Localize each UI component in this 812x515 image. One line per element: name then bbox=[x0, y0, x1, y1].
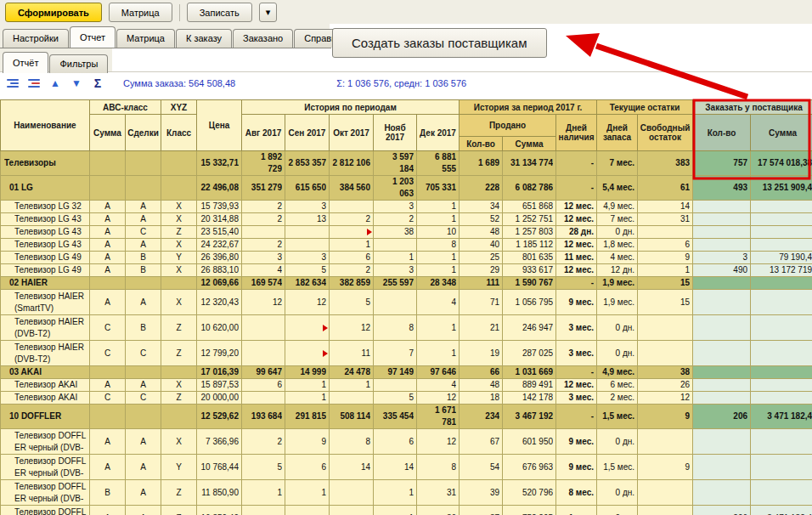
free-stock-cell[interactable]: 9 bbox=[638, 405, 693, 429]
sold-sum-cell[interactable]: 1 252 751 bbox=[503, 213, 556, 226]
col-header-abc-sum[interactable]: Сумма bbox=[90, 115, 126, 151]
abc-sum-cell[interactable] bbox=[90, 366, 126, 379]
sold-qty-cell[interactable]: 34 bbox=[460, 201, 503, 213]
abc-deals-cell[interactable]: B bbox=[126, 252, 161, 264]
history-cell[interactable]: 1 bbox=[285, 480, 330, 506]
days-avail-cell[interactable]: 9 мес. bbox=[556, 455, 597, 480]
sold-qty-cell[interactable]: 48 bbox=[460, 379, 503, 392]
days-avail-cell[interactable]: - bbox=[556, 151, 597, 176]
price-cell[interactable]: 20 314,88 bbox=[197, 213, 242, 226]
xyz-class-cell[interactable]: Z bbox=[161, 315, 197, 341]
name-cell[interactable]: Телевизор DOFFLER черный (DVB-T2) bbox=[1, 506, 90, 515]
days-stock-cell[interactable]: 0 дн. bbox=[597, 480, 638, 506]
tab-report[interactable]: Отчет bbox=[70, 26, 116, 48]
order-sum-cell[interactable]: 17 574 018,38 bbox=[751, 151, 812, 176]
order-qty-cell[interactable]: 206 bbox=[693, 506, 751, 515]
days-avail-cell[interactable]: 3 мес. bbox=[556, 392, 597, 405]
history-cell[interactable]: 12 bbox=[330, 315, 374, 341]
price-cell[interactable]: 10 768,44 bbox=[197, 455, 242, 480]
history-cell[interactable]: 1 bbox=[417, 252, 460, 264]
move-up-icon[interactable]: ▲ bbox=[48, 76, 63, 91]
history-cell[interactable]: 10 bbox=[417, 226, 460, 239]
item-row[interactable]: Телевизор DOFFLER черный (DVB-T2)AAY10 7… bbox=[1, 455, 812, 480]
history-cell[interactable]: 384 560 bbox=[330, 176, 374, 201]
history-cell[interactable]: 1 bbox=[417, 213, 460, 226]
history-cell[interactable]: 1 671 781 bbox=[417, 405, 460, 429]
history-cell[interactable]: 8 bbox=[374, 315, 417, 341]
history-cell[interactable]: 5 bbox=[374, 392, 417, 405]
order-sum-cell[interactable] bbox=[751, 366, 812, 379]
sold-qty-cell[interactable]: 52 bbox=[460, 213, 503, 226]
item-row[interactable]: Телевизор LG 49ABX26 883,104523129933 61… bbox=[1, 264, 812, 277]
days-stock-cell[interactable]: 0 дн. bbox=[597, 341, 638, 366]
abc-sum-cell[interactable]: A bbox=[90, 201, 126, 213]
days-avail-cell[interactable]: 3 мес. bbox=[556, 341, 597, 366]
order-qty-cell[interactable] bbox=[693, 429, 751, 455]
col-header-days-avail[interactable]: Дней наличия bbox=[556, 115, 597, 151]
sold-qty-cell[interactable]: 48 bbox=[460, 226, 503, 239]
history-cell[interactable]: 3 bbox=[242, 252, 285, 264]
price-cell[interactable]: 22 496,08 bbox=[197, 176, 242, 201]
abc-sum-cell[interactable]: C bbox=[90, 315, 126, 341]
col-header-month-dec[interactable]: Дек 2017 bbox=[417, 115, 460, 151]
order-sum-cell[interactable] bbox=[751, 239, 812, 252]
history-cell[interactable]: 5 bbox=[330, 290, 374, 315]
days-stock-cell[interactable]: 6 мес. bbox=[597, 379, 638, 392]
name-cell[interactable]: Телевизор LG 43 bbox=[1, 226, 90, 239]
free-stock-cell[interactable] bbox=[638, 315, 693, 341]
item-row[interactable]: Телевизор DOFFLER черный (DVB-T2)AAX7 36… bbox=[1, 429, 812, 455]
sold-sum-cell[interactable]: 676 963 bbox=[503, 455, 556, 480]
xyz-class-cell[interactable]: Y bbox=[161, 455, 197, 480]
history-cell[interactable] bbox=[242, 341, 285, 366]
free-stock-cell[interactable]: 14 bbox=[638, 201, 693, 213]
tab-matrix[interactable]: Матрица bbox=[116, 29, 175, 48]
grouping-levels-icon[interactable] bbox=[5, 76, 20, 91]
abc-deals-cell[interactable]: A bbox=[126, 429, 161, 455]
history-cell[interactable] bbox=[285, 239, 330, 252]
free-stock-cell[interactable]: 31 bbox=[638, 213, 693, 226]
abc-deals-cell[interactable]: C bbox=[126, 226, 161, 239]
history-cell[interactable]: 2 bbox=[242, 239, 285, 252]
free-stock-cell[interactable]: 15 bbox=[638, 290, 693, 315]
history-cell[interactable]: 12 bbox=[285, 290, 330, 315]
abc-sum-cell[interactable]: A bbox=[90, 429, 126, 455]
history-cell[interactable]: 97 149 bbox=[374, 366, 417, 379]
sold-qty-cell[interactable]: 67 bbox=[460, 429, 503, 455]
history-cell[interactable]: 1 203 063 bbox=[374, 176, 417, 201]
history-cell[interactable]: 12 bbox=[242, 290, 285, 315]
days-avail-cell[interactable]: 8 мес. bbox=[556, 480, 597, 506]
order-qty-cell[interactable] bbox=[693, 213, 751, 226]
col-header-sold-sum[interactable]: Сумма bbox=[503, 137, 556, 151]
days-stock-cell[interactable]: 1,5 мес. bbox=[597, 455, 638, 480]
history-cell[interactable]: 24 478 bbox=[330, 366, 374, 379]
history-cell[interactable]: 1 bbox=[417, 315, 460, 341]
history-cell[interactable] bbox=[285, 506, 330, 515]
free-stock-cell[interactable]: 1 bbox=[638, 264, 693, 277]
sold-qty-cell[interactable]: 111 bbox=[460, 277, 503, 290]
free-stock-cell[interactable]: 15 bbox=[638, 277, 693, 290]
days-stock-cell[interactable]: 2 мес. bbox=[597, 392, 638, 405]
days-stock-cell[interactable]: 0 дн. bbox=[597, 429, 638, 455]
col-header-month-aug[interactable]: Авг 2017 bbox=[242, 115, 285, 151]
abc-sum-cell[interactable]: C bbox=[90, 392, 126, 405]
history-cell[interactable]: 8 bbox=[330, 429, 374, 455]
sold-qty-cell[interactable]: 19 bbox=[460, 341, 503, 366]
name-cell[interactable]: 10 DOFFLER bbox=[1, 405, 90, 429]
history-cell[interactable]: 97 646 bbox=[417, 366, 460, 379]
sold-sum-cell[interactable]: 3 467 192 bbox=[503, 405, 556, 429]
col-header-price[interactable]: Цена bbox=[197, 100, 242, 151]
col-header-free-stock[interactable]: Свободный остаток bbox=[638, 115, 693, 151]
abc-deals-cell[interactable]: A bbox=[126, 290, 161, 315]
sold-sum-cell[interactable]: 6 082 786 bbox=[503, 176, 556, 201]
history-cell[interactable]: 3 bbox=[374, 201, 417, 213]
history-cell[interactable]: 28 348 bbox=[417, 277, 460, 290]
sold-sum-cell[interactable]: 1 031 669 bbox=[503, 366, 556, 379]
history-cell[interactable]: 4 bbox=[242, 264, 285, 277]
xyz-class-cell[interactable]: Z bbox=[161, 506, 197, 515]
sold-sum-cell[interactable]: 1 590 767 bbox=[503, 277, 556, 290]
days-stock-cell[interactable]: 12 дн. bbox=[597, 264, 638, 277]
history-cell[interactable]: 508 114 bbox=[330, 405, 374, 429]
history-cell[interactable]: 1 bbox=[330, 379, 374, 392]
history-cell[interactable]: 3 597 184 bbox=[374, 151, 417, 176]
free-stock-cell[interactable]: 9 bbox=[638, 252, 693, 264]
